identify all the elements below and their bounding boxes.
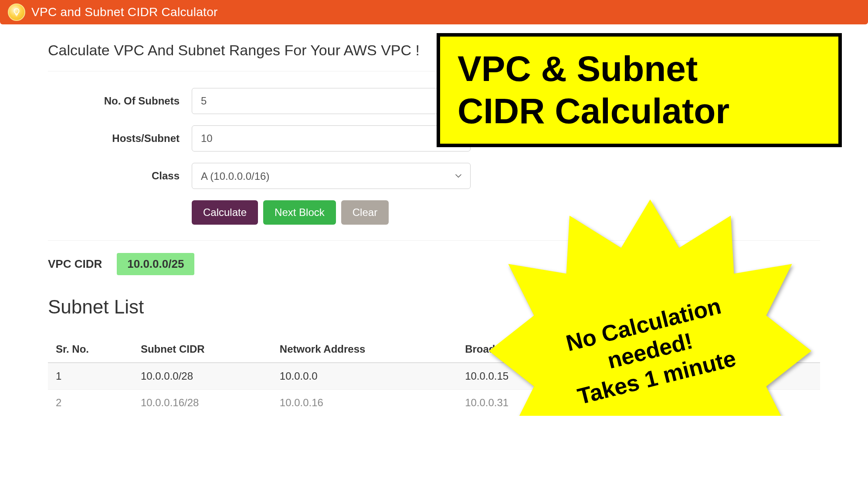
header-title: VPC and Subnet CIDR Calculator bbox=[31, 5, 218, 19]
class-label: Class bbox=[48, 170, 192, 182]
subnet-table: Sr. No. Subnet CIDR Network Address Broa… bbox=[48, 336, 820, 416]
hosts-label: Hosts/Subnet bbox=[48, 132, 192, 145]
lightbulb-icon bbox=[8, 3, 25, 21]
vpc-cidr-label: VPC CIDR bbox=[48, 257, 102, 271]
col-broadcast-address: Broadcast Address bbox=[457, 336, 642, 363]
button-row: Calculate Next Block Clear bbox=[192, 200, 820, 225]
hosts-input[interactable] bbox=[192, 125, 471, 152]
next-block-button[interactable]: Next Block bbox=[263, 200, 336, 225]
cell-range: 10.0.0.20 to 10.0.0.30 bbox=[642, 390, 820, 416]
overlay-line1: VPC & Subnet bbox=[458, 48, 821, 90]
class-select[interactable]: A (10.0.0.0/16) bbox=[192, 163, 471, 189]
cell-net: 10.0.0.0 bbox=[272, 363, 457, 390]
content: Calculate VPC And Subnet Ranges For Your… bbox=[0, 24, 868, 416]
col-subnet-cidr: Subnet CIDR bbox=[133, 336, 272, 363]
subnet-list-title: Subnet List bbox=[48, 296, 820, 318]
cell-cidr: 10.0.0.16/28 bbox=[133, 390, 272, 416]
col-srno: Sr. No. bbox=[48, 336, 133, 363]
cell-cidr: 10.0.0.0/28 bbox=[133, 363, 272, 390]
clear-button[interactable]: Clear bbox=[341, 200, 389, 225]
cell-range: 10.0.0.4 to 10.0.0.14 bbox=[642, 363, 820, 390]
overlay-line2: CIDR Calculator bbox=[458, 90, 821, 132]
cell-sr: 1 bbox=[48, 363, 133, 390]
subnets-label: No. Of Subnets bbox=[48, 95, 192, 107]
row-class: Class A (10.0.0.0/16) bbox=[48, 163, 820, 189]
cell-bcast: 10.0.0.15 bbox=[457, 363, 642, 390]
vpc-cidr-value: 10.0.0.0/25 bbox=[117, 253, 194, 275]
overlay-title-box: VPC & Subnet CIDR Calculator bbox=[437, 33, 842, 147]
calculate-button[interactable]: Calculate bbox=[192, 200, 258, 225]
table-header-row: Sr. No. Subnet CIDR Network Address Broa… bbox=[48, 336, 820, 363]
vpc-cidr-row: VPC CIDR 10.0.0.0/25 bbox=[48, 253, 820, 275]
table-row: 1 10.0.0.0/28 10.0.0.0 10.0.0.15 10.0.0.… bbox=[48, 363, 820, 390]
subnets-input[interactable] bbox=[192, 88, 471, 114]
table-row: 2 10.0.0.16/28 10.0.0.16 10.0.0.31 10.0.… bbox=[48, 390, 820, 416]
cell-sr: 2 bbox=[48, 390, 133, 416]
col-network-address: Network Address bbox=[272, 336, 457, 363]
cell-net: 10.0.0.16 bbox=[272, 390, 457, 416]
divider bbox=[48, 240, 820, 241]
col-address-range: Address Range bbox=[642, 336, 820, 363]
header-bar: VPC and Subnet CIDR Calculator bbox=[0, 0, 868, 24]
cell-bcast: 10.0.0.31 bbox=[457, 390, 642, 416]
